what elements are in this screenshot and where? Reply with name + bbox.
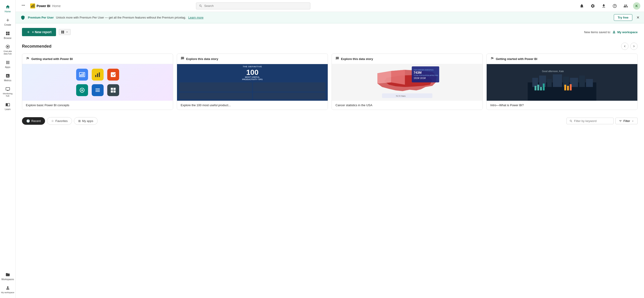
- usa-map-svg: USA CANCER STATISTICS 743M TOTAL POPULAT…: [332, 64, 482, 101]
- powerbi-intro-svg: Good afternoon, Kate: [487, 64, 637, 101]
- recommended-cards: Getting started with Power BI: [22, 54, 638, 110]
- card-cancer-stats[interactable]: Explore this data story USA CANCER STATI…: [332, 54, 483, 110]
- content-toolbar: + New report New items saved to: My work…: [22, 28, 638, 36]
- topbar: Power BI Home K: [16, 0, 644, 12]
- sidebar-item-learn[interactable]: Learn: [0, 100, 15, 113]
- svg-rect-37: [567, 86, 569, 90]
- sidebar-item-myworkspace[interactable]: My workspace: [0, 283, 15, 296]
- sidebar-label-apps: Apps: [5, 66, 10, 69]
- my-apps-icon: ⊞: [78, 119, 81, 123]
- try-free-button[interactable]: Try free: [614, 14, 632, 21]
- svg-rect-36: [564, 85, 566, 90]
- sidebar-item-create[interactable]: Create: [0, 15, 15, 28]
- favorites-icon: ☆: [51, 119, 54, 123]
- svg-rect-7: [82, 74, 82, 76]
- svg-rect-4: [32, 5, 33, 7]
- svg-rect-33: [538, 85, 539, 90]
- sidebar-item-home[interactable]: Home: [0, 2, 15, 15]
- filter-search-icon: [570, 119, 573, 123]
- filter-chevron-icon: [632, 120, 634, 122]
- workspace-icon: [612, 30, 616, 34]
- recommended-section-header: Recommended: [22, 43, 638, 50]
- card-preview-4: Good afternoon, Kate: [487, 64, 637, 101]
- recent-icon: 🕐: [26, 119, 30, 123]
- sidebar-item-monitoring[interactable]: Monitoringhub: [0, 84, 15, 100]
- sidebar-label-create: Create: [4, 24, 11, 26]
- sidebar-item-workspaces[interactable]: Workspaces: [0, 270, 15, 283]
- myworkspace-icon: [5, 285, 10, 291]
- view-toggle[interactable]: [59, 29, 71, 35]
- svg-rect-20: [382, 93, 432, 98]
- svg-rect-8: [83, 73, 84, 76]
- sidebar-label-myworkspace: My workspace: [1, 291, 14, 294]
- svg-rect-34: [540, 87, 542, 90]
- app-name: Power BI: [36, 4, 50, 8]
- prev-arrow[interactable]: [621, 43, 628, 50]
- next-arrow[interactable]: [630, 43, 638, 50]
- svg-point-1: [7, 46, 8, 48]
- card-footer-2: Explore the 100 most useful product...: [177, 101, 328, 110]
- card-footer-3: Cancer statistics in the USA: [332, 101, 482, 110]
- banner-close-icon[interactable]: ✕: [636, 15, 640, 20]
- svg-rect-6: [80, 74, 81, 76]
- svg-rect-32: [535, 86, 536, 90]
- svg-text:70-74 Years: 70-74 Years: [396, 95, 406, 97]
- filter-button[interactable]: Filter: [616, 118, 638, 124]
- card-header-4: Getting started with Power BI: [487, 54, 637, 64]
- grid-view-icon: [61, 30, 64, 34]
- nav-arrows: [621, 43, 638, 50]
- card-preview-2: THE DEFINITIVE 100 MOST USEFULPRODUCTIVI…: [177, 64, 328, 101]
- pbi-icon-6: [107, 84, 119, 96]
- card-getting-started[interactable]: Getting started with Power BI: [22, 54, 173, 110]
- notifications-icon[interactable]: [578, 2, 586, 10]
- user-avatar[interactable]: K: [633, 2, 640, 10]
- svg-rect-30: [579, 76, 585, 87]
- pbi-icon-5: [92, 84, 104, 96]
- settings-icon[interactable]: [589, 2, 596, 10]
- search-input[interactable]: [204, 4, 307, 8]
- account-icon[interactable]: [622, 2, 629, 10]
- tab-favorites[interactable]: ☆ Favorites: [47, 117, 72, 125]
- filter-input-box[interactable]: [566, 118, 614, 124]
- sidebar-item-apps[interactable]: Apps: [0, 58, 15, 71]
- sidebar-item-browse[interactable]: Browse: [0, 28, 15, 42]
- filter-area: Filter: [566, 118, 638, 124]
- download-icon[interactable]: [600, 2, 608, 10]
- apps-menu-icon[interactable]: [19, 2, 28, 10]
- card-productivity[interactable]: Explore this data story THE DEFINITIVE 1…: [177, 54, 328, 110]
- flag-icon: [26, 57, 30, 61]
- svg-text:Good afternoon, Kate: Good afternoon, Kate: [542, 70, 564, 73]
- svg-rect-27: [553, 74, 562, 87]
- workspace-info: New items saved to: My workspace: [584, 30, 638, 34]
- svg-text:USA CANCER STATISTICS: USA CANCER STATISTICS: [414, 69, 434, 71]
- card-preview-3: USA CANCER STATISTICS 743M TOTAL POPULAT…: [332, 64, 482, 101]
- filter-keyword-input[interactable]: [574, 119, 610, 123]
- pbi-icon-1: [76, 69, 88, 81]
- new-report-button[interactable]: + New report: [22, 28, 56, 36]
- browse-icon: [5, 31, 10, 36]
- sidebar-label-learn: Learn: [5, 108, 11, 111]
- chat-icon-3: [336, 57, 339, 61]
- learn-icon: [5, 102, 10, 107]
- sidebar-label-browse: Browse: [4, 37, 12, 39]
- tab-recent[interactable]: 🕐 Recent: [22, 117, 45, 125]
- create-icon: [5, 18, 10, 23]
- sidebar-item-onelake[interactable]: OneLakedata hub: [0, 42, 15, 58]
- pbi-icon-2: [92, 69, 104, 81]
- card-intro-powerbi[interactable]: Getting started with Power BI: [486, 54, 638, 110]
- svg-rect-11: [97, 74, 98, 77]
- workspace-name[interactable]: My workspace: [617, 31, 638, 34]
- search-icon: [199, 4, 202, 8]
- banner-learn-more[interactable]: Learn more: [188, 16, 203, 19]
- sidebar-label-workspaces: Workspaces: [1, 278, 14, 280]
- tab-my-apps[interactable]: ⊞ My apps: [74, 117, 98, 125]
- card-header-3: Explore this data story: [332, 54, 482, 64]
- svg-rect-3: [31, 6, 32, 7]
- svg-rect-38: [570, 84, 572, 90]
- search-box[interactable]: [196, 3, 310, 10]
- sidebar-item-metrics[interactable]: Metrics: [0, 71, 15, 84]
- workspace-saved-label: New items saved to:: [584, 31, 611, 34]
- sidebar-label-home: Home: [4, 10, 11, 13]
- help-icon[interactable]: [611, 2, 618, 10]
- card-footer-1: Explore basic Power BI concepts: [22, 101, 173, 110]
